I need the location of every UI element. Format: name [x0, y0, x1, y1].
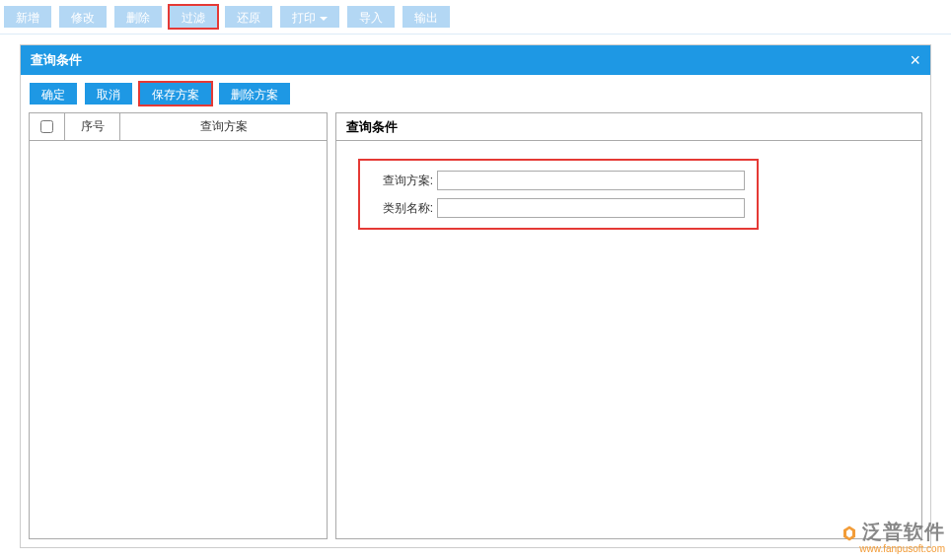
plan-label: 查询方案:	[372, 173, 433, 189]
chevron-down-icon	[320, 17, 328, 21]
dialog-header: 查询条件 ×	[21, 45, 930, 75]
delete-plan-button[interactable]: 删除方案	[219, 83, 290, 105]
query-dialog: 查询条件 × 确定 取消 保存方案 删除方案 序号 查询方案 查询条件	[20, 44, 931, 548]
category-label: 类别名称:	[372, 200, 433, 217]
category-input[interactable]	[437, 198, 745, 218]
left-column: 序号 查询方案	[29, 112, 328, 539]
select-all-checkbox[interactable]	[40, 120, 53, 133]
th-checkbox	[30, 113, 65, 140]
form-highlight-box: 查询方案: 类别名称:	[358, 159, 759, 230]
dialog-title: 查询条件	[31, 51, 82, 69]
confirm-button[interactable]: 确定	[30, 83, 77, 105]
dialog-action-bar: 确定 取消 保存方案 删除方案	[21, 75, 930, 112]
form-row-plan: 查询方案:	[372, 171, 745, 190]
form-row-category: 类别名称:	[372, 198, 745, 218]
table-header: 序号 查询方案	[30, 113, 327, 141]
right-panel: 查询条件 查询方案: 类别名称:	[335, 112, 922, 539]
save-plan-button[interactable]: 保存方案	[140, 83, 211, 105]
close-icon[interactable]: ×	[910, 50, 920, 71]
plan-table: 序号 查询方案	[29, 112, 328, 539]
import-button[interactable]: 导入	[347, 6, 395, 28]
th-sequence: 序号	[65, 113, 120, 140]
filter-button[interactable]: 过滤	[170, 6, 217, 28]
new-button[interactable]: 新增	[4, 6, 51, 28]
print-label: 打印	[292, 11, 316, 25]
restore-button[interactable]: 还原	[225, 6, 272, 28]
export-button[interactable]: 输出	[402, 6, 450, 28]
th-plan: 查询方案	[120, 113, 327, 140]
print-button[interactable]: 打印	[280, 6, 339, 28]
edit-button[interactable]: 修改	[59, 6, 107, 28]
top-toolbar: 新增 修改 删除 过滤 还原 打印 导入 输出	[0, 0, 951, 35]
table-body	[30, 141, 327, 538]
cancel-button[interactable]: 取消	[85, 83, 132, 105]
dialog-body: 序号 查询方案 查询条件 查询方案: 类别名称:	[21, 112, 930, 547]
form-area: 查询方案: 类别名称:	[336, 141, 921, 247]
delete-button[interactable]: 删除	[114, 6, 162, 28]
plan-input[interactable]	[437, 171, 745, 190]
right-panel-title: 查询条件	[336, 113, 921, 141]
